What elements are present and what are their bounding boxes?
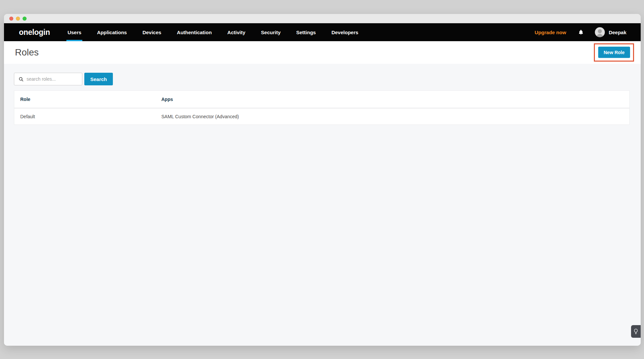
- table-header-row: Role Apps: [14, 91, 629, 108]
- onelogin-logo[interactable]: onelogin: [19, 28, 50, 37]
- nav-item-applications[interactable]: Applications: [96, 23, 128, 41]
- nav-item-users[interactable]: Users: [66, 23, 82, 41]
- column-header-apps: Apps: [161, 97, 629, 102]
- nav-item-security[interactable]: Security: [260, 23, 282, 41]
- feedback-tab[interactable]: [631, 325, 641, 338]
- nav-item-activity[interactable]: Activity: [226, 23, 246, 41]
- desktop-background: onelogin Users Applications Devices Auth…: [0, 0, 644, 359]
- page-header: Roles New Role: [4, 41, 641, 64]
- nav-item-devices[interactable]: Devices: [141, 23, 162, 41]
- nav-menu: Users Applications Devices Authenticatio…: [66, 23, 359, 41]
- lightbulb-icon: [634, 328, 638, 334]
- nav-item-settings[interactable]: Settings: [295, 23, 317, 41]
- page-title: Roles: [15, 47, 39, 58]
- close-window-button[interactable]: [9, 17, 13, 21]
- search-input-wrap: [14, 73, 82, 85]
- role-cell[interactable]: Default: [14, 114, 161, 119]
- new-role-button[interactable]: New Role: [598, 47, 630, 58]
- nav-item-authentication[interactable]: Authentication: [176, 23, 213, 41]
- search-button[interactable]: Search: [84, 73, 113, 85]
- minimize-window-button[interactable]: [16, 17, 20, 21]
- user-avatar[interactable]: [595, 27, 605, 37]
- search-row: Search: [14, 73, 630, 85]
- upgrade-now-link[interactable]: Upgrade now: [535, 30, 566, 35]
- zoom-window-button[interactable]: [23, 17, 27, 21]
- highlight-annotation: New Role: [594, 44, 634, 62]
- nav-right-group: Upgrade now Deepak: [535, 23, 626, 41]
- table-row[interactable]: Default SAML Custom Connector (Advanced): [14, 108, 629, 125]
- search-input[interactable]: [27, 76, 79, 82]
- apps-cell: SAML Custom Connector (Advanced): [161, 114, 629, 119]
- top-navigation: onelogin Users Applications Devices Auth…: [4, 23, 641, 41]
- window-titlebar: [4, 14, 641, 23]
- column-header-role: Role: [14, 97, 161, 102]
- browser-window: onelogin Users Applications Devices Auth…: [4, 14, 641, 346]
- notifications-bell-icon[interactable]: [578, 29, 584, 36]
- page-content: Search Role Apps Default SAML Custom Con…: [4, 64, 641, 346]
- roles-table: Role Apps Default SAML Custom Connector …: [14, 90, 630, 125]
- nav-item-developers[interactable]: Developers: [330, 23, 359, 41]
- user-name[interactable]: Deepak: [609, 30, 626, 35]
- search-icon: [19, 77, 24, 82]
